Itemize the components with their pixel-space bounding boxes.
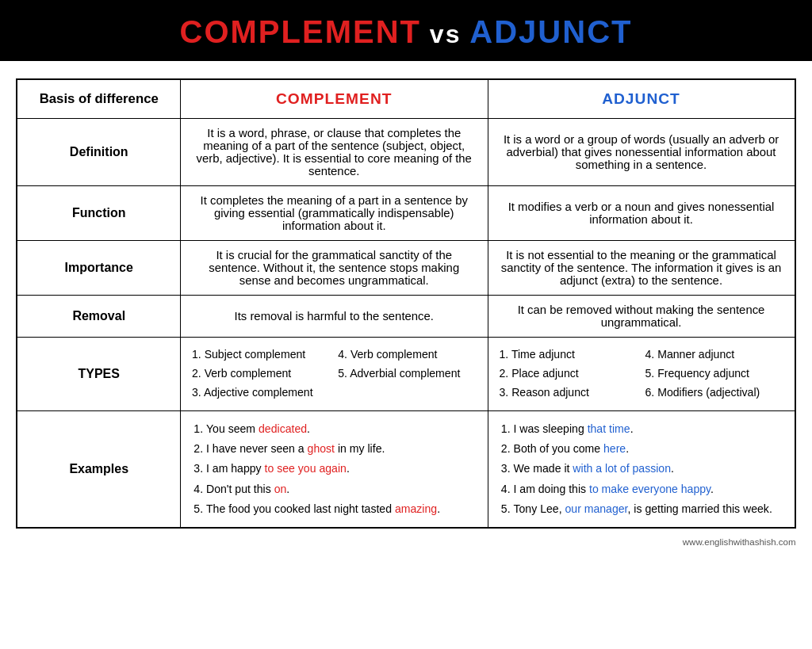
list-item: 2. Verb complement xyxy=(192,365,330,384)
list-item: Don't put this on. xyxy=(206,479,477,499)
list-item: We made it with a lot of passion. xyxy=(514,459,783,479)
list-item: You seem dedicated. xyxy=(206,419,477,439)
row-label: Removal xyxy=(17,296,180,338)
list-item: 4. Manner adjunct xyxy=(645,345,783,365)
row-adjunct: It can be removed without making the sen… xyxy=(488,296,795,338)
list-item: I have never seen a ghost in my life. xyxy=(206,439,477,459)
comparison-table-wrap: Basis of difference COMPLEMENT ADJUNCT D… xyxy=(16,78,795,529)
row-label-examples: Examples xyxy=(17,410,180,528)
row-complement: It is a word, phrase, or clause that com… xyxy=(181,119,488,186)
table-row: Removal Its removal is harmful to the se… xyxy=(17,296,795,338)
list-item: I am happy to see you again. xyxy=(206,459,477,479)
highlight-text: on xyxy=(274,483,287,495)
highlight-text: dedicated xyxy=(259,422,307,435)
table-row: Importance It is crucial for the grammat… xyxy=(17,241,795,296)
row-complement: Its removal is harmful to the sentence. xyxy=(181,296,488,338)
list-item: I am doing this to make everyone happy. xyxy=(514,479,783,499)
row-label: Definition xyxy=(17,119,180,186)
row-types-complement: 1. Subject complement2. Verb complement3… xyxy=(181,338,488,411)
table-row: Function It completes the meaning of a p… xyxy=(17,186,795,241)
list-item: Both of you come here. xyxy=(514,439,783,459)
list-item: I was sleeping that time. xyxy=(514,419,783,439)
table-row: Definition It is a word, phrase, or clau… xyxy=(17,119,795,186)
list-item: 4. Verb complement xyxy=(338,345,476,365)
list-item: 2. Place adjunct xyxy=(500,365,638,384)
highlight-text: with a lot of passion xyxy=(573,462,671,475)
row-types-adjunct: 1. Time adjunct2. Place adjunct3. Reason… xyxy=(488,338,795,411)
list-item: The food you cooked last night tasted am… xyxy=(206,499,477,519)
row-adjunct: It modifies a verb or a noun and gives n… xyxy=(488,186,795,241)
page-header: COMPLEMENT vs ADJUNCT xyxy=(0,0,812,61)
types-row: TYPES 1. Subject complement2. Verb compl… xyxy=(17,338,795,411)
list-item: 5. Adverbial complement xyxy=(338,365,476,384)
row-adjunct: It is a word or a group of words (usuall… xyxy=(488,119,795,186)
highlight-text: our manager xyxy=(565,502,627,515)
highlight-text: to make everyone happy xyxy=(589,483,710,495)
row-adjunct: It is not essential to the meaning or th… xyxy=(488,241,795,296)
row-label-types: TYPES xyxy=(17,338,180,411)
header-adjunct-col: ADJUNCT xyxy=(488,79,795,119)
examples-row: Examples You seem dedicated.I have never… xyxy=(17,410,795,528)
highlight-text: ghost xyxy=(308,442,335,455)
list-item: 1. Time adjunct xyxy=(500,345,638,365)
header-adjunct: ADJUNCT xyxy=(469,14,632,49)
list-item: 3. Reason adjunct xyxy=(500,384,638,403)
footer-url: www.englishwithashish.com xyxy=(16,535,795,553)
header-complement: COMPLEMENT xyxy=(180,14,421,49)
list-item: 5. Frequency adjunct xyxy=(645,365,783,384)
row-label: Importance xyxy=(17,241,180,296)
header-complement-col: COMPLEMENT xyxy=(181,79,488,119)
list-item: 6. Modifiers (adjectival) xyxy=(645,384,783,403)
comparison-table: Basis of difference COMPLEMENT ADJUNCT D… xyxy=(16,78,795,529)
header-vs: vs xyxy=(421,20,469,48)
list-item: 3. Adjective complement xyxy=(192,384,330,403)
list-item: 1. Subject complement xyxy=(192,345,330,365)
row-examples-adjunct: I was sleeping that time.Both of you com… xyxy=(488,410,795,528)
highlight-text: amazing xyxy=(395,502,437,515)
row-complement: It completes the meaning of a part in a … xyxy=(181,186,488,241)
row-examples-complement: You seem dedicated.I have never seen a g… xyxy=(181,410,488,528)
list-item: Tony Lee, our manager, is getting marrie… xyxy=(514,499,783,519)
row-label: Function xyxy=(17,186,180,241)
highlight-text: to see you again xyxy=(265,462,347,475)
header-basis: Basis of difference xyxy=(17,79,180,119)
row-complement: It is crucial for the grammatical sancti… xyxy=(181,241,488,296)
highlight-text: here xyxy=(603,442,626,455)
highlight-text: that time xyxy=(588,422,630,435)
